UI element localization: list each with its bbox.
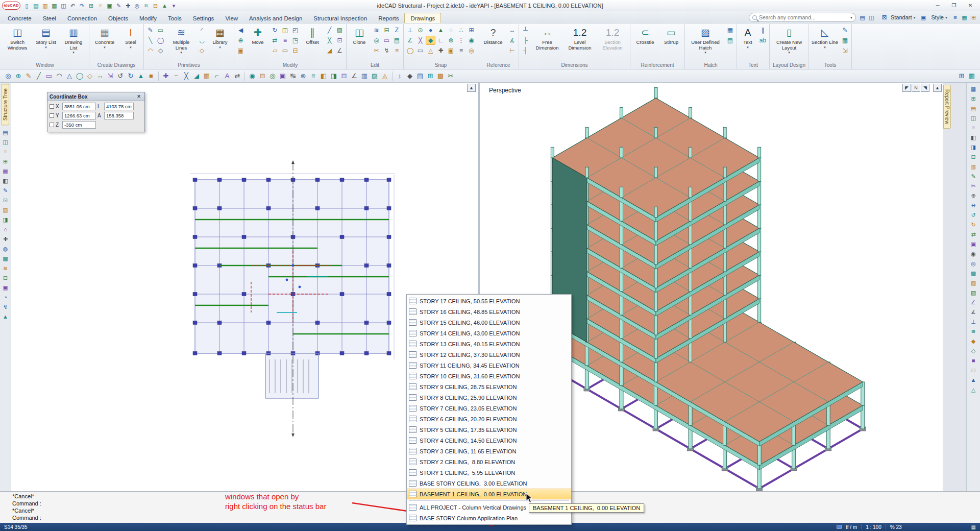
right-tool-icon[interactable]: ▲ [969,376,978,384]
small-tool-icon[interactable]: ▨ [335,26,345,35]
small-tool-icon[interactable]: ∴ [456,26,466,35]
right-tool-icon[interactable]: ↺ [969,211,978,220]
small-tool-icon[interactable]: ⊙ [415,26,425,35]
left-tool-icon[interactable]: ▩ [1,254,10,263]
toolbar-icon[interactable]: ◇ [85,71,95,81]
left-tool-icon[interactable]: ▤ [1,128,10,137]
right-tool-icon[interactable]: ⊕ [969,191,978,200]
toolbar-icon[interactable]: ↺ [115,71,126,81]
right-tool-icon[interactable]: △ [969,385,978,394]
right-tool-icon[interactable]: ▤ [969,104,978,113]
command-search-box[interactable]: ▾ [749,13,856,22]
left-tool-icon[interactable]: ▣ [1,283,10,292]
tab-connection[interactable]: Connection [62,13,103,23]
right-tool-icon[interactable]: ◆ [969,337,978,346]
small-tool-icon[interactable]: ▲ [436,26,446,35]
small-tool-icon[interactable]: ✂ [372,46,381,55]
right-tool-icon[interactable]: ∡ [969,308,978,317]
search-dropdown-icon[interactable]: ▾ [850,15,852,20]
small-tool-icon[interactable]: ◎ [372,36,381,45]
tab-tools[interactable]: Tools [162,13,187,23]
tab-structural-inspection[interactable]: Structural Inspection [308,13,373,23]
right-tool-icon[interactable]: ↻ [969,221,978,229]
standart-dropdown[interactable]: ⊠ Standart ▾ [878,13,917,22]
distance-button[interactable]: ?Distance [480,25,506,61]
quick-access-icon[interactable]: ✎ [114,2,123,10]
left-tool-icon[interactable]: ◔ [1,293,10,302]
report-preview-tab[interactable]: Report Preview [943,85,951,129]
z-lock-checkbox[interactable] [50,123,54,127]
tab-view[interactable]: View [219,13,243,23]
menu-item[interactable]: STORY 10 CEILING, 31.60 ELEVATION [407,371,571,381]
right-tool-icon[interactable]: ▣ [969,240,978,249]
small-tool-icon[interactable]: ↻ [270,26,280,35]
quick-access-icon[interactable]: ⊞ [87,2,95,10]
quick-access-icon[interactable]: ▯ [22,2,31,10]
small-tool-icon[interactable]: ⇄ [270,36,280,45]
toolbar-icon[interactable]: ◎ [267,71,278,81]
small-tool-icon[interactable]: ∠ [405,36,415,45]
tab-modify[interactable]: Modify [134,13,162,23]
toolbar-icon[interactable]: ▤ [415,71,425,81]
move-button[interactable]: ✚Move [247,25,269,61]
toolbar-icon[interactable]: A [222,71,232,81]
small-tool-icon[interactable]: ╲ [145,36,155,45]
drawing-list-button[interactable]: ▥Drawing List▾ [60,25,87,61]
toolbar-icon[interactable]: ⇲ [105,71,115,81]
quick-access-icon[interactable]: ◫ [59,2,68,10]
toolbar-icon[interactable]: ◠ [54,71,64,81]
left-tool-icon[interactable]: ◧ [1,177,10,185]
right-tool-icon[interactable]: ✎ [969,172,978,181]
small-tool-icon[interactable]: ▱ [270,46,280,55]
z-value-field[interactable] [62,121,96,129]
small-tool-icon[interactable]: ◜ [197,26,207,35]
y-value-field[interactable] [62,112,96,119]
maximize-button[interactable]: ❐ [946,1,962,10]
small-tool-icon[interactable]: △ [426,46,435,55]
right-tool-icon[interactable]: ⊞ [969,94,978,103]
small-tool-icon[interactable]: ⇲ [840,46,850,55]
small-tool-icon[interactable]: ◯ [156,36,165,45]
small-tool-icon[interactable]: ∡ [507,36,517,45]
right-tool-icon[interactable]: ◇ [969,347,978,355]
section-elevation-button[interactable]: 1.2Section Elevation [597,25,628,61]
small-tool-icon[interactable]: ▭ [415,46,425,55]
small-tool-icon[interactable]: ▤ [392,36,402,45]
close-button[interactable]: ✕ [963,1,978,10]
left-tool-icon[interactable]: ▥ [1,206,10,214]
right-tool-icon[interactable]: ◎ [969,259,978,268]
small-tool-icon[interactable]: ab [758,36,768,45]
menu-item[interactable]: STORY 14 CEILING, 43.00 ELEVATION [407,328,571,339]
menu-item[interactable]: STORY 2 CEILING, 8.80 ELEVATION [407,456,571,467]
small-tool-icon[interactable]: ▣ [236,46,246,55]
right-tool-icon[interactable]: ▩ [969,269,978,278]
toolbar-icon[interactable]: ⊞ [957,71,967,81]
right-tool-icon[interactable]: □ [969,366,978,375]
small-tool-icon[interactable]: ◇ [197,46,207,55]
toolbar-icon[interactable]: ◬ [380,71,390,81]
small-tool-icon[interactable]: ▦ [725,26,735,35]
small-tool-icon[interactable]: ◫ [280,26,290,35]
menu-item[interactable]: STORY 15 CEILING, 46.00 ELEVATION [407,317,571,328]
small-tool-icon[interactable]: ⊟ [382,26,391,35]
right-tool-icon[interactable]: ∠ [969,298,978,307]
toolbar-icon[interactable]: ■ [146,71,156,81]
library-button[interactable]: ▦Library▾ [208,25,232,61]
left-tool-icon[interactable]: ◫ [1,138,10,147]
concrete-button[interactable]: ▦Concrete▾ [91,25,118,61]
toolbar-icon[interactable]: ⊗ [298,71,308,81]
left-tool-icon[interactable]: ▲ [1,312,10,321]
offset-button[interactable]: ∥Offset [301,25,324,61]
small-tool-icon[interactable]: ⊡ [335,36,345,45]
toolbar-icon[interactable]: ▲ [136,71,146,81]
small-tool-icon[interactable]: ▣ [446,46,456,55]
small-tool-icon[interactable]: ✎ [145,26,155,35]
small-tool-icon[interactable]: ✎ [840,26,850,35]
right-tool-icon[interactable]: ■ [969,356,978,365]
quick-access-icon[interactable]: ◎ [133,2,141,10]
menu-item[interactable]: STORY 17 CEILING, 50.55 ELEVATION [407,296,571,306]
toolbar-icon[interactable]: ◨ [329,71,339,81]
tabbar-icon[interactable]: ▦ [960,13,969,21]
toolbar-icon[interactable]: ↻ [126,71,136,81]
quick-access-icon[interactable]: ↶ [68,2,77,10]
